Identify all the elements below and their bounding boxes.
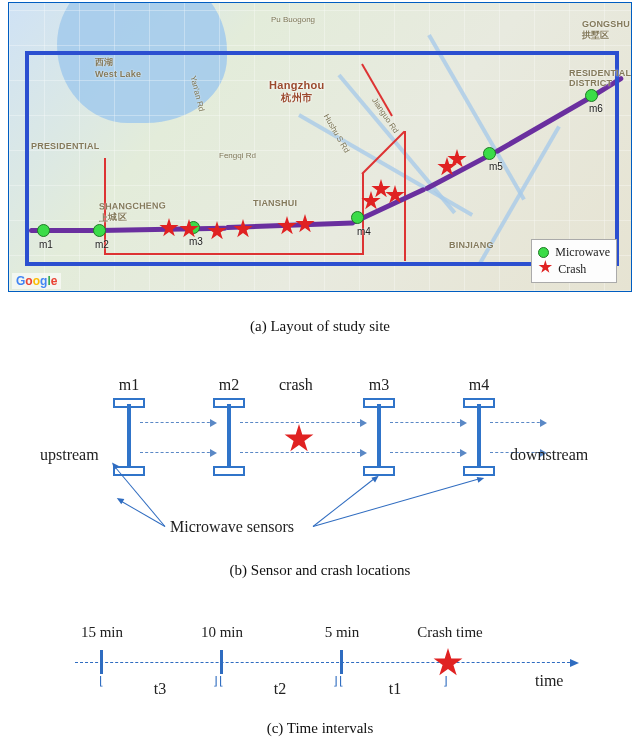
tick-label: 15 min — [72, 624, 132, 641]
microwave-sensor-marker — [93, 224, 106, 237]
microwave-sensors-label: Microwave sensors — [170, 518, 294, 536]
time-interval-diagram: 15 min 10 min 5 min Crash time ⌊ ⌋ ⌊ ⌋ ⌊… — [75, 612, 595, 712]
segment-label: t2 — [250, 680, 310, 698]
time-tick — [220, 650, 223, 674]
microwave-sensor-marker — [37, 224, 50, 237]
sensor-tag: m5 — [489, 161, 503, 172]
city-label-en: Hangzhou — [269, 79, 325, 91]
lake-label: 西湖 West Lake — [95, 56, 141, 79]
bracket-icon: ⌋ — [213, 674, 218, 689]
sensor-label: m4 — [459, 376, 499, 394]
flow-arrow-icon — [390, 422, 465, 423]
google-logo: Google — [12, 273, 61, 289]
upstream-label: upstream — [40, 446, 99, 464]
flow-arrow-icon — [490, 422, 545, 423]
tick-label: Crash time — [405, 624, 495, 641]
caption-a: (a) Layout of study site — [0, 318, 640, 335]
callout-line — [313, 477, 377, 527]
caption-c: (c) Time intervals — [0, 720, 640, 737]
sensor-ibeam: m4 — [470, 398, 488, 476]
callout-line — [313, 478, 481, 527]
segment-label: t3 — [130, 680, 190, 698]
bracket-icon: ⌊ — [339, 674, 344, 689]
neighborhood-label: BINJIANG — [449, 240, 494, 250]
tick-label: 10 min — [192, 624, 252, 641]
flow-arrow-icon — [240, 452, 365, 453]
tick-label: 5 min — [312, 624, 372, 641]
neighborhood-label: TIANSHUI — [253, 198, 297, 208]
sensor-tag: m6 — [589, 103, 603, 114]
neighborhood-label: PRESIDENTIAL — [31, 141, 99, 151]
flow-arrow-icon — [140, 422, 215, 423]
sensor-tag: m2 — [95, 239, 109, 250]
time-tick — [100, 650, 103, 674]
crash-label: crash — [279, 376, 313, 394]
microwave-sensor-marker — [351, 211, 364, 224]
neighborhood-label: RESIDENTIAL DISTRICT — [569, 68, 631, 88]
neighborhood-label: GONGSHU 拱墅区 — [582, 19, 630, 42]
neighborhood-label: SHANGCHENG 上城区 — [99, 200, 166, 224]
flow-arrow-icon — [140, 452, 215, 453]
sensor-tag: m3 — [189, 236, 203, 247]
legend-label: Microwave — [555, 244, 610, 260]
road-label: Fengqi Rd — [219, 151, 256, 160]
crash-star-icon — [284, 424, 314, 454]
time-tick — [340, 650, 343, 674]
crash-star-icon — [433, 648, 463, 678]
sensor-ibeam: m1 — [120, 398, 138, 476]
sensor-label: m2 — [209, 376, 249, 394]
axis-label: time — [535, 672, 563, 690]
city-label-cn: 杭州市 — [269, 91, 325, 105]
sensor-label: m3 — [359, 376, 399, 394]
downstream-label: downstream — [510, 446, 588, 464]
sensor-label: m1 — [109, 376, 149, 394]
flow-arrow-icon — [390, 452, 465, 453]
microwave-sensor-marker — [483, 147, 496, 160]
bracket-icon: ⌊ — [99, 674, 104, 689]
microwave-icon — [538, 247, 549, 258]
study-site-map: Hangzhou 杭州市 西湖 West Lake PRESIDENTIAL S… — [8, 2, 632, 292]
crash-star-icon — [538, 260, 552, 278]
map-legend: Microwave Crash — [531, 239, 617, 283]
segment-label: t1 — [365, 680, 425, 698]
legend-row-crash: Crash — [538, 260, 610, 278]
caption-b: (b) Sensor and crash locations — [0, 562, 640, 579]
city-label-hangzhou: Hangzhou 杭州市 — [269, 79, 325, 105]
bracket-icon: ⌋ — [443, 674, 448, 689]
road-label: Pu Buogong — [271, 15, 315, 24]
flow-arrow-icon — [240, 422, 365, 423]
sensor-tag: m4 — [357, 226, 371, 237]
sensor-schematic: m1 m2 m3 m4 crash upstream downstream Mi… — [40, 366, 600, 546]
legend-label: Crash — [558, 261, 586, 277]
time-axis — [75, 662, 575, 663]
microwave-sensor-marker — [585, 89, 598, 102]
sensor-ibeam: m2 — [220, 398, 238, 476]
sensor-tag: m1 — [39, 239, 53, 250]
bracket-icon: ⌋ — [333, 674, 338, 689]
bracket-icon: ⌊ — [219, 674, 224, 689]
legend-row-microwave: Microwave — [538, 244, 610, 260]
sensor-ibeam: m3 — [370, 398, 388, 476]
callout-line — [119, 500, 165, 527]
